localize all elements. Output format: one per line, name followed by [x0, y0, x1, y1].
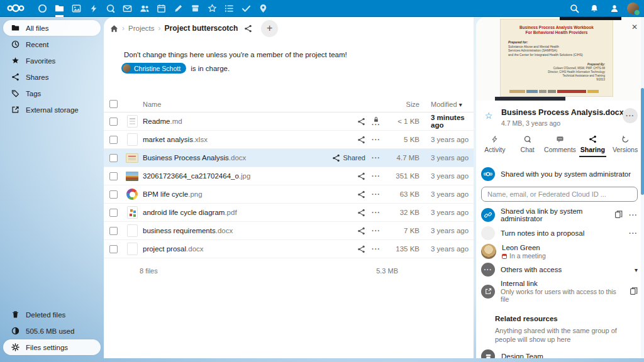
breadcrumb-current-folder[interactable]: Project butterscotch [165, 24, 238, 33]
calendar-icon[interactable] [153, 0, 170, 17]
tab-chat[interactable]: Chat [511, 134, 544, 160]
clock-icon [11, 40, 19, 48]
sidebar-item-all-files[interactable]: All files [3, 20, 101, 36]
tab-sharing[interactable]: Sharing [576, 134, 609, 160]
row-checkbox[interactable] [109, 118, 118, 126]
favorite-star-icon[interactable]: ☆ [481, 108, 496, 123]
mention-pill[interactable]: Christine Schott [121, 63, 186, 74]
select-all-checkbox[interactable] [109, 100, 118, 108]
share-button[interactable] [326, 172, 365, 180]
actions-menu-button[interactable]: ··· [365, 247, 387, 251]
contacts-icon[interactable] [136, 0, 153, 17]
row-checkbox[interactable] [109, 209, 118, 217]
activity-icon[interactable] [85, 0, 102, 17]
share-button[interactable] [326, 209, 365, 217]
breadcrumb-projects[interactable]: Projects [128, 25, 155, 32]
share-button[interactable] [326, 245, 365, 253]
actions-menu-button[interactable]: ··· [365, 138, 387, 142]
row-checkbox[interactable] [109, 172, 118, 180]
file-row-android-life-cycle[interactable]: android life cycle diagram.pdf ··· 32 KB… [104, 204, 474, 222]
done-check-icon[interactable] [238, 0, 255, 17]
deck-icon[interactable] [187, 0, 204, 17]
talk-icon[interactable] [102, 0, 119, 17]
sidebar-item-quota: 505.6 MB used [3, 323, 101, 339]
folder-readme-note: Don't change things here unless you're a… [124, 51, 474, 58]
home-icon[interactable] [110, 25, 118, 33]
related-item-design-team[interactable]: Design Team [481, 349, 638, 358]
chevron-down-icon[interactable]: ▾ [635, 266, 638, 273]
row-checkbox[interactable] [109, 227, 118, 235]
notes-icon[interactable] [170, 0, 187, 17]
tasks-icon[interactable] [221, 0, 238, 17]
tab-comments[interactable]: Comments [544, 134, 577, 160]
maps-icon[interactable] [255, 0, 272, 17]
column-name[interactable]: Name [143, 101, 326, 108]
link-share-menu-button[interactable]: ··· [629, 211, 638, 219]
file-row-readme[interactable]: Readme.md ··· < 1 KB 3 minutes ago [104, 112, 474, 131]
user-share-row[interactable]: Leon Green In a meeting [481, 243, 638, 260]
actions-menu-button[interactable]: ··· [365, 211, 387, 215]
files-icon[interactable] [51, 0, 68, 17]
panel-scrollbar-track[interactable] [641, 17, 644, 358]
mail-icon[interactable] [119, 0, 136, 17]
file-modified: 3 years ago [419, 227, 474, 234]
file-row-jpg-image[interactable]: 32061723664_ca21702464_o.jpg ··· 351 KB … [104, 167, 474, 185]
tab-versions[interactable]: Versions [609, 134, 641, 160]
user-avatar[interactable] [627, 3, 639, 14]
others-access-icon: ··· [481, 263, 495, 277]
mention-row: Christine Schott is in charge. [121, 63, 474, 74]
row-checkbox[interactable] [109, 190, 118, 199]
proposal-share-row[interactable]: Turn notes into a proposal ··· [481, 225, 638, 241]
contacts-menu-icon[interactable] [607, 1, 622, 16]
sidebar-item-label: Shares [26, 74, 48, 81]
file-extension: .docx [216, 227, 233, 234]
row-checkbox[interactable] [109, 154, 118, 162]
details-actions-button[interactable]: ··· [623, 108, 638, 123]
new-file-button[interactable]: + [261, 20, 278, 37]
folder-icon [11, 24, 19, 32]
internal-link-row[interactable]: Internal link Only works for users with … [481, 280, 638, 303]
copy-link-icon[interactable] [614, 210, 623, 220]
sidebar-item-external-storage[interactable]: External storage [3, 102, 101, 118]
share-button[interactable] [326, 118, 365, 126]
folder-share-icon[interactable] [244, 25, 252, 33]
sidebar-item-shares[interactable]: Shares [3, 69, 101, 85]
file-row-market-analysis[interactable]: market analysis.xlsx ··· 5 KB 3 years ag… [104, 131, 474, 149]
sidebar-item-files-settings[interactable]: Files settings [3, 339, 101, 355]
actions-menu-button[interactable]: ··· [365, 192, 387, 197]
share-button[interactable] [326, 190, 365, 199]
proposal-menu-button[interactable]: ··· [629, 229, 638, 237]
row-checkbox[interactable] [109, 245, 118, 253]
row-checkbox[interactable] [109, 136, 118, 144]
actions-menu-button[interactable]: ··· [365, 116, 387, 127]
panel-scrollbar-thumb[interactable] [641, 88, 644, 195]
sidebar-item-favorites[interactable]: Favorites [3, 53, 101, 69]
search-icon[interactable] [567, 1, 582, 16]
shared-status-button[interactable]: Shared [326, 154, 365, 162]
nextcloud-logo-icon[interactable] [6, 3, 26, 14]
notifications-bell-icon[interactable] [587, 1, 602, 16]
copy-internal-link-icon[interactable] [630, 287, 638, 297]
sidebar-item-tags[interactable]: Tags [3, 85, 101, 101]
others-with-access-row[interactable]: ··· Others with access ▾ [481, 261, 638, 278]
link-share-row[interactable]: Shared via link by system administrator … [481, 207, 638, 223]
sharee-search-input[interactable] [481, 187, 638, 202]
tab-activity[interactable]: Activity [479, 134, 511, 160]
file-row-business-requirements[interactable]: business requirements.docx ··· 7 KB 3 ye… [104, 222, 474, 240]
photos-icon[interactable] [68, 0, 85, 17]
collectives-icon[interactable] [204, 0, 221, 17]
sidebar-item-deleted-files[interactable]: Deleted files [3, 307, 101, 322]
column-modified[interactable]: Modified ▾ [419, 101, 474, 108]
file-row-project-prosal[interactable]: project prosal.docx ··· 135 KB 3 years a… [104, 240, 474, 258]
sidebar-item-recent[interactable]: Recent [3, 36, 101, 52]
column-size[interactable]: Size [387, 101, 419, 108]
share-button[interactable] [326, 136, 365, 144]
actions-menu-button[interactable]: ··· [365, 156, 387, 160]
file-row-bpm-life-cycle[interactable]: BPM life cycle.png ··· 63 KB 3 years ago [104, 185, 474, 204]
share-button[interactable] [326, 227, 365, 235]
actions-menu-button[interactable]: ··· [365, 229, 387, 233]
close-icon[interactable]: ✕ [631, 23, 638, 31]
dashboard-icon[interactable] [34, 0, 51, 17]
file-row-business-process-analysis[interactable]: Business Process Analysis.docx Shared ··… [104, 149, 474, 167]
actions-menu-button[interactable]: ··· [365, 174, 387, 178]
